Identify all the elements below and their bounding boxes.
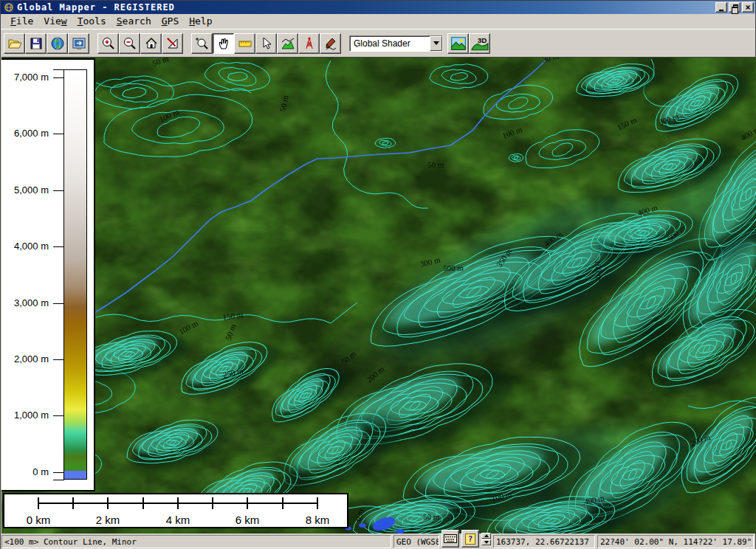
legend-tick-bottom xyxy=(53,480,64,480)
scale-label-0km: 0 km xyxy=(27,514,51,526)
zoom-tool-icon xyxy=(195,36,210,51)
path-profile-icon xyxy=(281,36,295,51)
landscape-image-icon xyxy=(450,35,467,52)
zoom-to-scale-button[interactable] xyxy=(162,33,183,54)
pencil-icon xyxy=(323,36,338,51)
legend-tick-5000: 5,000 m xyxy=(14,184,49,196)
menu-file[interactable]: File xyxy=(5,15,38,27)
scale-label-6km: 6 km xyxy=(236,514,260,526)
legend-tick-2000: 2,000 m xyxy=(14,353,49,365)
view-shed-button[interactable] xyxy=(298,33,320,54)
open-folder-icon xyxy=(7,36,22,51)
menu-view[interactable]: View xyxy=(38,15,72,27)
scale-label-2km: 2 km xyxy=(96,514,120,526)
pan-tool-button[interactable] xyxy=(213,33,234,54)
legend-tick-4000: 4,000 m xyxy=(14,241,49,252)
help-button[interactable]: ? xyxy=(461,530,479,548)
menu-help[interactable]: Help xyxy=(184,15,217,27)
svg-text:50 m: 50 m xyxy=(423,512,440,521)
3d-label: 3D xyxy=(477,35,487,44)
pan-hand-icon xyxy=(216,36,231,51)
svg-text:100 m: 100 m xyxy=(594,260,604,281)
screen-capture-button[interactable] xyxy=(68,33,89,54)
legend-tick-top xyxy=(53,69,64,70)
spinner-down-button[interactable] xyxy=(481,539,491,545)
digitizer-button[interactable] xyxy=(320,33,341,54)
restore-button[interactable] xyxy=(729,2,740,13)
elevation-legend: 7,000 m 6,000 m 5,000 m 4,000 m 3,000 m … xyxy=(1,58,95,491)
save-floppy-icon xyxy=(29,36,44,51)
app-globe-icon xyxy=(4,2,14,13)
projection-status-text: GEO (WGS84 xyxy=(394,535,439,548)
title-bar: Global Mapper - REGISTERED × xyxy=(1,1,755,14)
show-raster-button[interactable] xyxy=(447,33,469,54)
coordinate-entry-button[interactable] xyxy=(441,530,459,548)
menu-search[interactable]: Search xyxy=(111,15,157,27)
zoom-in-button[interactable] xyxy=(97,33,119,54)
legend-tick-3000: 3,000 m xyxy=(14,297,49,308)
path-profile-button[interactable] xyxy=(277,33,298,54)
zoom-spinner xyxy=(481,533,491,548)
elevation-gradient-bar xyxy=(63,69,87,480)
legend-tick-6000: 6,000 m xyxy=(14,128,49,139)
legend-tick-7000: 7,000 m xyxy=(14,72,49,83)
menu-tools[interactable]: Tools xyxy=(72,15,111,27)
open-file-button[interactable] xyxy=(4,33,25,54)
status-bar: <100 m> Contour Line, Minor GEO (WGS84 ? xyxy=(1,534,755,549)
chevron-down-icon xyxy=(433,41,439,45)
up-arrow-icon xyxy=(484,534,489,537)
legend-tick-1000: 1,000 m xyxy=(14,410,49,421)
map-canvas[interactable]: 50 m 100 m 50 m 50 m 30 m 100 m 150 m 30… xyxy=(1,58,756,534)
antenna-icon xyxy=(302,36,317,51)
web-imagery-button[interactable] xyxy=(47,33,68,54)
measure-tool-button[interactable] xyxy=(234,33,255,54)
3d-view-icon: 3D xyxy=(471,35,489,52)
pointer-tool-button[interactable] xyxy=(255,33,277,54)
3d-view-button[interactable]: 3D xyxy=(469,33,490,54)
menu-gps[interactable]: GPS xyxy=(157,15,184,27)
scale-bar-graphic: 0 km 2 km 4 km 6 km 8 km xyxy=(4,494,347,527)
shader-select-value: Global Shader xyxy=(350,36,430,51)
zoom-tool-button[interactable] xyxy=(191,33,213,54)
combo-dropdown-button[interactable] xyxy=(430,36,442,51)
cursor-arrow-icon xyxy=(259,36,274,51)
close-icon: × xyxy=(745,3,750,12)
zoom-in-icon xyxy=(101,36,116,51)
menu-bar: File View Tools Search GPS Help xyxy=(1,14,755,29)
down-arrow-icon xyxy=(484,541,489,544)
help-icon: ? xyxy=(465,534,476,545)
map-view[interactable]: 50 m 100 m 50 m 50 m 30 m 100 m 150 m 30… xyxy=(1,57,756,534)
legend-tick-0: 0 m xyxy=(32,466,49,477)
svg-text:50 m: 50 m xyxy=(427,160,444,169)
monitor-icon xyxy=(72,36,86,51)
zoom-out-button[interactable] xyxy=(119,33,140,54)
keyboard-icon xyxy=(444,534,457,543)
home-icon xyxy=(144,36,159,51)
cursor-coordinates-text: 163737, 22.66722137 ) xyxy=(493,535,595,548)
full-view-button[interactable] xyxy=(140,33,162,54)
feature-status-text: <100 m> Contour Line, Minor xyxy=(1,535,391,548)
window-title: Global Mapper - REGISTERED xyxy=(17,2,715,13)
shader-select[interactable]: Global Shader xyxy=(349,35,443,52)
minimize-icon xyxy=(719,10,724,11)
scale-ruler-pencil-icon xyxy=(165,36,180,51)
close-button[interactable]: × xyxy=(742,2,754,13)
globe-icon xyxy=(50,36,65,51)
spinner-up-button[interactable] xyxy=(481,533,491,539)
toolbar: Global Shader 3D xyxy=(1,29,755,57)
save-button[interactable] xyxy=(25,33,47,54)
minimize-button[interactable] xyxy=(715,2,727,13)
ruler-icon xyxy=(238,36,252,51)
global-mapper-window: Global Mapper - REGISTERED × File View T… xyxy=(0,0,756,549)
lat-lon-text: 22?40' 02.00" N, 114?22' 17.89" E xyxy=(597,535,754,548)
scale-label-8km: 8 km xyxy=(306,514,330,526)
scale-label-4km: 4 km xyxy=(166,514,190,526)
zoom-out-icon xyxy=(123,36,137,51)
distance-scale-bar: 0 km 2 km 4 km 6 km 8 km xyxy=(3,493,348,528)
svg-text:500 m: 500 m xyxy=(443,263,464,272)
restore-icon xyxy=(733,4,738,10)
